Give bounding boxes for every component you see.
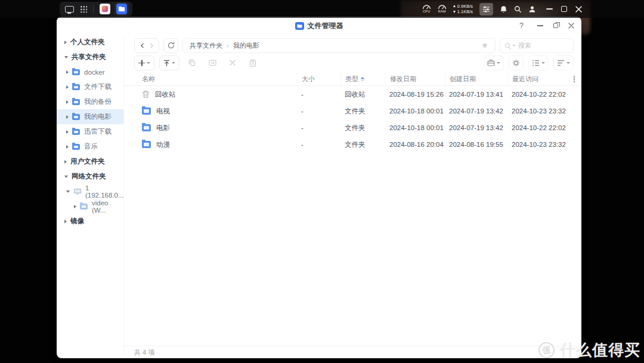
sort-indicator-icon: [361, 77, 364, 82]
sidebar-item-network-host[interactable]: 1 (192.168.0...: [57, 184, 123, 199]
sidebar-item-music[interactable]: 音乐: [57, 139, 123, 154]
favorite-star-icon[interactable]: [481, 42, 488, 49]
paste-button[interactable]: [245, 56, 261, 70]
upload-button[interactable]: [159, 56, 179, 70]
file-accessed: 2024-10-23 23:32: [507, 107, 567, 115]
taskbar-status-area: CPU RAM 0.9KB/s 1.1KB/s: [422, 0, 582, 18]
copy-button[interactable]: [184, 56, 200, 70]
sidebar-item-my-backup[interactable]: 我的备份: [57, 94, 123, 109]
global-search-button[interactable]: [514, 5, 522, 13]
ram-gauge[interactable]: RAM: [438, 4, 447, 14]
chevron-right-icon[interactable]: [64, 220, 67, 223]
sidebar-item-my-movies[interactable]: 我的电影: [57, 109, 123, 124]
network-speed-indicator[interactable]: 0.9KB/s 1.1KB/s: [453, 4, 473, 14]
view-mode-button[interactable]: [528, 56, 549, 70]
breadcrumb-segment[interactable]: 我的电影: [233, 41, 259, 50]
chevron-right-icon[interactable]: [66, 115, 69, 119]
sidebar-item-images[interactable]: 镜像: [57, 214, 123, 229]
mixer-button[interactable]: [479, 3, 493, 16]
window-minimize-icon[interactable]: [537, 25, 543, 26]
user-menu-button[interactable]: [528, 5, 536, 13]
sidebar-item-network-folders[interactable]: 网络文件夹: [57, 169, 123, 184]
items-count: 共 4 项: [134, 348, 154, 357]
delete-button[interactable]: [225, 56, 240, 70]
tasks-button[interactable]: [484, 56, 504, 70]
table-row-tv[interactable]: 电视 - 文件夹 2024-10-18 00:01 2024-07-19 13:…: [124, 103, 581, 119]
column-header-size[interactable]: 大小: [297, 73, 340, 85]
file-size: -: [297, 91, 340, 98]
sidebar-item-user-folders[interactable]: 用户文件夹: [57, 154, 123, 169]
caret-down-icon: [147, 62, 150, 64]
file-type: 回收站: [340, 90, 385, 99]
apps-grid-icon[interactable]: [80, 5, 87, 13]
cpu-label: CPU: [423, 10, 431, 14]
gear-icon: [512, 59, 520, 67]
maximize-icon[interactable]: [561, 6, 567, 12]
sort-button[interactable]: [553, 56, 574, 70]
table-row-anime[interactable]: 动漫 - 文件夹 2024-08-16 20:04 2024-08-16 19:…: [124, 136, 581, 153]
search-input[interactable]: [518, 42, 566, 49]
table-row-movies[interactable]: 电影 - 文件夹 2024-10-18 00:01 2024-07-19 13:…: [124, 119, 581, 136]
new-button[interactable]: [134, 56, 154, 70]
file-accessed: 2024-10-22 22:02: [507, 91, 567, 98]
app-store-icon[interactable]: [100, 4, 110, 14]
desktop-icon[interactable]: [65, 6, 74, 13]
table-row-recycle-bin[interactable]: 回收站 - 回收站 2024-08-19 15:26 2024-07-19 13…: [124, 86, 581, 103]
file-manager-icon[interactable]: [116, 4, 127, 14]
file-list-empty-area: [124, 153, 581, 346]
column-header-created[interactable]: 创建日期: [445, 73, 507, 85]
chevron-down-icon[interactable]: [66, 190, 70, 193]
search-options-caret-icon[interactable]: [512, 45, 516, 47]
search-icon: [505, 43, 510, 48]
window-restore-icon[interactable]: [553, 23, 558, 28]
sidebar-item-label: 我的备份: [84, 97, 112, 106]
folder-icon: [72, 99, 80, 105]
close-icon[interactable]: [575, 6, 582, 13]
file-accessed: 2024-10-22 22:02: [507, 124, 567, 131]
sidebar-item-video-share[interactable]: video (W...: [57, 199, 123, 214]
window-titlebar[interactable]: 文件管理器 ?: [57, 17, 581, 35]
move-button[interactable]: [205, 56, 220, 70]
sidebar-item-label: 个人文件夹: [70, 38, 105, 47]
chevron-right-icon[interactable]: [66, 130, 69, 134]
sidebar-item-label: 文件下载: [84, 82, 112, 91]
chevron-right-icon[interactable]: [74, 205, 76, 208]
chevron-down-icon[interactable]: [64, 56, 68, 59]
sidebar-item-file-downloads[interactable]: 文件下载: [57, 79, 123, 94]
chevron-right-icon[interactable]: [66, 100, 69, 104]
file-search-box[interactable]: [500, 38, 574, 53]
folder-icon: [72, 114, 80, 120]
chevron-right-icon[interactable]: [64, 41, 67, 44]
refresh-button[interactable]: [163, 38, 178, 53]
chevron-down-icon[interactable]: [64, 176, 68, 178]
window-close-icon[interactable]: [568, 23, 574, 29]
back-icon[interactable]: [140, 43, 144, 48]
column-options-button[interactable]: [567, 78, 581, 79]
paste-icon: [249, 59, 256, 67]
forward-icon[interactable]: [150, 43, 154, 48]
notifications-button[interactable]: [500, 5, 507, 13]
column-header-modified[interactable]: 修改日期: [385, 73, 445, 85]
breadcrumb-segment[interactable]: 共享文件夹: [190, 41, 222, 50]
column-header-name[interactable]: 名称: [124, 75, 297, 84]
file-size: -: [297, 124, 340, 131]
settings-button[interactable]: [509, 56, 524, 70]
chevron-right-icon[interactable]: [66, 85, 69, 89]
cpu-gauge[interactable]: CPU: [422, 4, 431, 14]
file-created: 2024-07-19 13:42: [445, 107, 507, 115]
file-modified: 2024-08-19 15:26: [385, 91, 445, 98]
sidebar-item-thunder-downloads[interactable]: 迅雷下载: [57, 124, 123, 139]
copy-icon: [188, 59, 196, 66]
chevron-right-icon[interactable]: [64, 160, 67, 164]
sidebar-item-personal-folders[interactable]: 个人文件夹: [57, 35, 123, 50]
chevron-right-icon[interactable]: [66, 145, 69, 149]
chevron-right-icon[interactable]: [66, 70, 69, 74]
folder-icon: [72, 69, 80, 75]
folder-icon: [72, 84, 80, 90]
column-header-accessed[interactable]: 最近访问: [507, 73, 567, 85]
column-header-type[interactable]: 类型: [340, 73, 385, 85]
minimize-icon[interactable]: [546, 8, 553, 10]
help-button[interactable]: ?: [519, 21, 524, 30]
sidebar-item-docker[interactable]: docker: [57, 64, 123, 79]
sidebar-item-shared-folders[interactable]: 共享文件夹: [57, 50, 123, 64]
